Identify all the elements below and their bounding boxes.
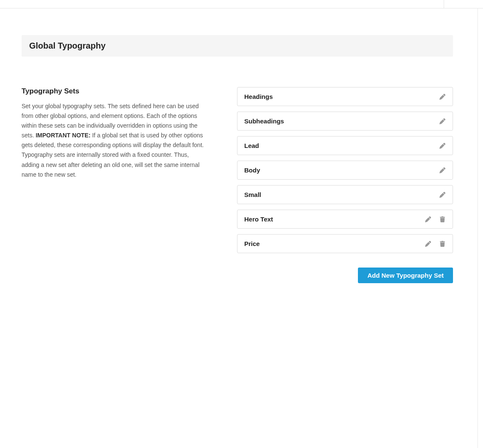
desc-part2: If a global set that is used by other op… (22, 132, 204, 178)
edit-icon[interactable] (425, 240, 431, 247)
typography-item-label: Lead (244, 142, 259, 149)
page-header: Global Typography (22, 35, 453, 57)
section-heading: Typography Sets (22, 87, 207, 96)
edit-icon[interactable] (439, 142, 446, 149)
typography-item-label: Headings (244, 93, 273, 100)
typography-item-actions (439, 142, 446, 149)
typography-item-actions (439, 191, 446, 198)
typography-item-label: Small (244, 191, 261, 198)
typography-item-actions (439, 93, 446, 100)
typography-list: Headings Subheadings Lead Body (237, 87, 453, 253)
top-bar (0, 0, 483, 8)
typography-item[interactable]: Small (237, 185, 453, 204)
desc-bold: IMPORTANT NOTE: (35, 132, 90, 139)
typography-item-label: Price (244, 240, 260, 247)
typography-item-label: Subheadings (244, 117, 284, 125)
typography-item[interactable]: Subheadings (237, 112, 453, 131)
typography-item-label: Hero Text (244, 216, 273, 223)
typography-item-actions (439, 167, 446, 174)
typography-item-actions (425, 240, 446, 247)
trash-icon[interactable] (439, 240, 446, 247)
edit-icon[interactable] (425, 216, 431, 223)
edit-icon[interactable] (439, 118, 446, 125)
add-typography-set-button[interactable]: Add New Typography Set (358, 268, 453, 283)
right-edge-divider (478, 8, 478, 448)
typography-item[interactable]: Lead (237, 136, 453, 155)
edit-icon[interactable] (439, 167, 446, 174)
edit-icon[interactable] (439, 93, 446, 100)
typography-item[interactable]: Price (237, 234, 453, 253)
edit-icon[interactable] (439, 191, 446, 198)
typography-item[interactable]: Headings (237, 87, 453, 106)
page-title: Global Typography (29, 41, 445, 51)
typography-item-actions (425, 216, 446, 223)
typography-item[interactable]: Hero Text (237, 210, 453, 229)
typography-item-actions (439, 118, 446, 125)
trash-icon[interactable] (439, 216, 446, 223)
typography-item[interactable]: Body (237, 161, 453, 180)
section-description: Set your global typography sets. The set… (22, 101, 207, 180)
top-bar-divider (444, 0, 444, 8)
typography-item-label: Body (244, 167, 260, 174)
